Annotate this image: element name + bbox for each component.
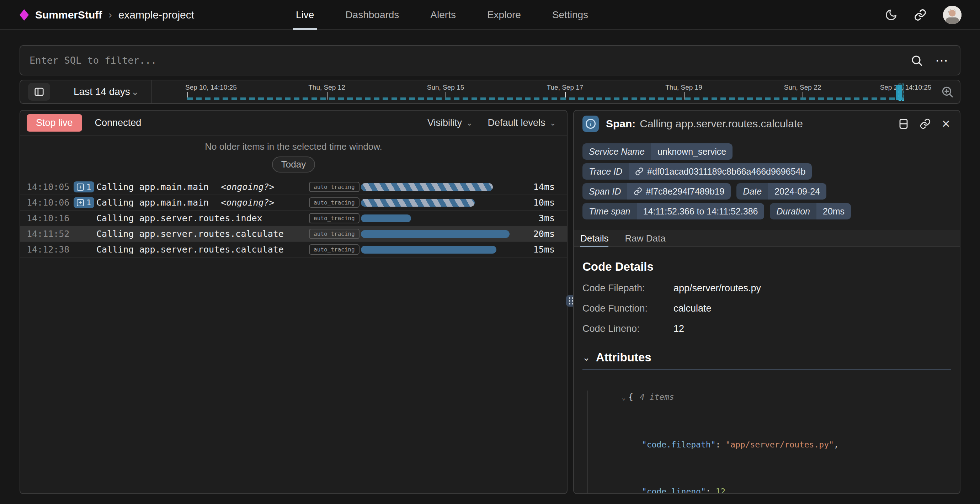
time-range-select[interactable]: Last 14 days (73, 86, 130, 97)
stop-live-button[interactable]: Stop live (27, 114, 82, 132)
live-view-panel: Stop live Connected Visibility⌄ Default … (19, 110, 568, 494)
log-row[interactable]: 14:10:06 +1 Calling app.main.main<ongoin… (20, 195, 567, 211)
zoom-in-icon[interactable] (940, 85, 954, 99)
connection-status: Connected (95, 117, 142, 128)
code-details-heading: Code Details (582, 260, 951, 274)
code-lineno-row: Code Lineno:12 (582, 323, 951, 334)
close-icon[interactable]: ✕ (942, 118, 950, 130)
log-row[interactable]: 14:10:05 +1 Calling app.main.main<ongoin… (20, 179, 567, 195)
brand-logo-diamond-icon[interactable] (19, 9, 29, 21)
duration-bar (361, 246, 496, 254)
nav-tabs: Live Dashboards Alerts Explore Settings (296, 0, 588, 30)
row-duration: 15ms (525, 244, 555, 255)
row-message: Calling app.server.routes.calculate (96, 244, 284, 255)
span-detail-panel: i Span: Calling app.server.routes.calcul… (573, 110, 961, 494)
split-panel-icon[interactable] (898, 118, 909, 130)
breadcrumb-separator-icon: › (108, 9, 111, 21)
attributes-heading: ⌄ Attributes (574, 351, 960, 364)
collapsed-children-badge[interactable]: +1 (73, 182, 94, 192)
row-message: Calling app.main.main (96, 182, 209, 192)
expand-plus-icon: + (77, 199, 84, 206)
json-entry: "code.filepath": "app/server/routes.py", (582, 421, 951, 468)
tag-auto-tracing[interactable]: auto_tracing (309, 229, 360, 239)
code-details-section: Code Details Code Filepath:app/server/ro… (574, 260, 960, 334)
tab-raw-data[interactable]: Raw Data (625, 230, 665, 247)
top-nav: SummerStuff › example-project Live Dashb… (0, 0, 980, 30)
json-entry: "code.lineno": 12, (582, 468, 951, 494)
collapse-chevron-icon[interactable]: ⌄ (622, 394, 625, 401)
duration-bar (361, 214, 411, 222)
row-duration: 20ms (525, 229, 555, 239)
tab-settings[interactable]: Settings (552, 0, 588, 30)
ongoing-label: <ongoing?> (221, 182, 275, 192)
date-badge: Date2024-09-24 (737, 183, 826, 199)
log-row-selected[interactable]: 14:11:52 Calling app.server.routes.calcu… (20, 226, 567, 242)
row-message: Calling app.server.routes.calculate (96, 229, 284, 239)
trace-link-icon[interactable] (635, 167, 644, 176)
timeline-end-label: Sep 24, 14:10:25 (880, 84, 932, 91)
default-levels-dropdown[interactable]: Default levels⌄ (487, 117, 556, 128)
empty-state: No older items in the selected time wind… (20, 136, 567, 179)
copy-link-icon[interactable] (920, 118, 931, 129)
sql-filter-bar: ⋯ (19, 45, 961, 75)
row-duration: 10ms (525, 198, 555, 208)
code-function-row: Code Function:calculate (582, 303, 951, 314)
log-row[interactable]: 14:12:38 Calling app.server.routes.calcu… (20, 242, 567, 257)
ongoing-label: <ongoing?> (221, 198, 275, 208)
child-count: 1 (86, 182, 91, 191)
org-name[interactable]: SummerStuff (35, 9, 102, 21)
duration-bar (361, 183, 493, 191)
tag-auto-tracing[interactable]: auto_tracing (309, 213, 360, 223)
tag-auto-tracing[interactable]: auto_tracing (309, 182, 360, 192)
tab-alerts[interactable]: Alerts (430, 0, 456, 30)
tab-dashboards[interactable]: Dashboards (345, 0, 399, 30)
collapse-sidebar-icon[interactable] (28, 83, 50, 100)
search-icon[interactable] (910, 54, 923, 67)
duration-bar (361, 199, 475, 207)
breadcrumb: SummerStuff › example-project (19, 0, 194, 30)
duration-bar (361, 230, 509, 238)
trace-id-badge: Trace ID #df01acad0311189c8b66a466d96965… (582, 163, 812, 180)
chevron-down-icon: ⌄ (131, 86, 139, 97)
time-range-bar: Last 14 days ⌄ Sep 10, 14:10:25 Thu, Sep… (19, 80, 961, 104)
tag-auto-tracing[interactable]: auto_tracing (309, 198, 360, 208)
chevron-down-icon: ⌄ (550, 118, 556, 128)
row-timestamp: 14:10:06 (27, 198, 73, 208)
row-timestamp: 14:11:52 (27, 229, 73, 239)
divider (151, 80, 152, 103)
log-row[interactable]: 14:10:16 Calling app.server.routes.index… (20, 211, 567, 226)
collapse-chevron-icon[interactable]: ⌄ (582, 352, 590, 363)
timeline[interactable]: Sep 10, 14:10:25 Thu, Sep 12 Sun, Sep 15… (155, 80, 931, 103)
tab-live[interactable]: Live (296, 0, 314, 30)
today-button[interactable]: Today (272, 156, 315, 172)
collapsed-children-badge[interactable]: +1 (73, 197, 94, 208)
span-title: Calling app.server.routes.calculate (640, 118, 803, 130)
span-header: i Span: Calling app.server.routes.calcul… (574, 111, 960, 137)
time-span-badge: Time span14:11:52.366 to 14:11:52.386 (582, 203, 764, 220)
tag-auto-tracing[interactable]: auto_tracing (309, 244, 360, 255)
timeline-selection[interactable] (899, 84, 904, 100)
code-filepath-row: Code Filepath:app/server/routes.py (582, 283, 951, 294)
share-link-icon[interactable] (914, 8, 927, 21)
span-badges: Service Nameunknown_service Trace ID #df… (574, 137, 960, 220)
dark-mode-moon-icon[interactable] (885, 8, 897, 21)
timeline-start-label: Sep 10, 14:10:25 (185, 84, 237, 91)
row-timestamp: 14:12:38 (27, 244, 73, 255)
span-kind-label: Span: (606, 118, 635, 130)
project-name[interactable]: example-project (118, 9, 194, 21)
span-link-icon[interactable] (634, 187, 642, 196)
tab-details[interactable]: Details (580, 230, 608, 247)
sql-filter-input[interactable] (20, 46, 910, 75)
row-duration: 3ms (525, 213, 555, 223)
timeline-activity-dashes (187, 97, 906, 100)
user-avatar[interactable] (943, 6, 961, 24)
tab-explore[interactable]: Explore (487, 0, 521, 30)
live-panel-header: Stop live Connected Visibility⌄ Default … (20, 111, 567, 136)
timeline-tick-label: Tue, Sep 17 (547, 84, 584, 91)
visibility-dropdown[interactable]: Visibility⌄ (427, 117, 473, 128)
more-options-icon[interactable]: ⋯ (935, 53, 949, 68)
timeline-tick-label: Thu, Sep 19 (665, 84, 702, 91)
expand-plus-icon: + (77, 183, 84, 191)
info-icon: i (582, 116, 599, 132)
empty-message: No older items in the selected time wind… (205, 141, 382, 152)
